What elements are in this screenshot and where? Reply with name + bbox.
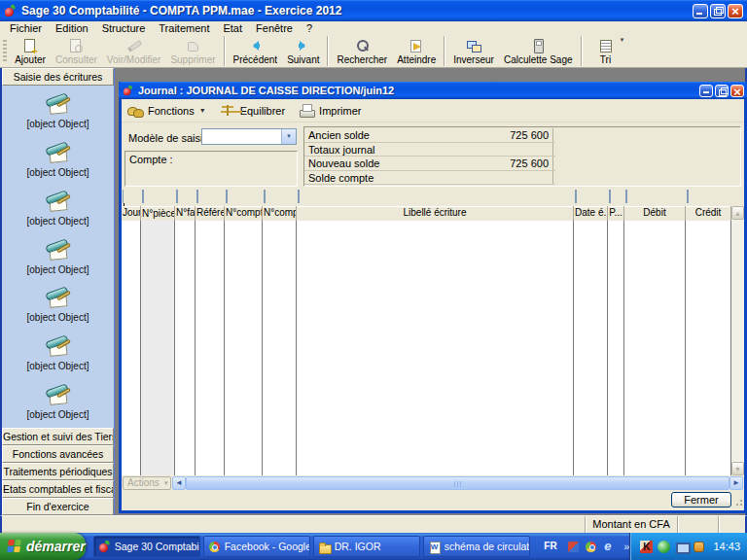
- menu-item[interactable]: Traitement: [152, 21, 216, 35]
- entry-input-field[interactable]: [575, 190, 577, 203]
- horizontal-scrollbar[interactable]: ◄ ►: [172, 476, 743, 490]
- minimize-button[interactable]: [693, 4, 708, 18]
- menu-item[interactable]: Structure: [95, 21, 153, 35]
- column-header[interactable]: Débit▲: [624, 206, 686, 221]
- browser-icon[interactable]: [585, 541, 597, 553]
- toolbar-button[interactable]: Inverseur ▼: [448, 36, 499, 66]
- taskbar-task[interactable]: Sage 30 Comptabil...: [93, 536, 200, 557]
- modele-saisie-combobox[interactable]: ▼: [201, 128, 297, 145]
- sidebar-item[interactable]: [object Object]: [2, 281, 114, 330]
- sidebar-group-button[interactable]: Gestion et suivi des Tiers: [2, 428, 114, 445]
- sidebar-item[interactable]: [object Object]: [2, 377, 114, 426]
- im-icon[interactable]: [693, 541, 705, 553]
- toolbar-button[interactable]: Calculette Sage ▼: [499, 36, 582, 66]
- column-header[interactable]: Jour▲: [122, 206, 141, 221]
- vertical-scrollbar[interactable]: ▲ ▼: [731, 206, 744, 475]
- scrollbar-track[interactable]: [186, 476, 729, 490]
- quicklaunch-app-icon[interactable]: [567, 541, 580, 553]
- scroll-down-icon[interactable]: ▼: [731, 462, 744, 475]
- window-title: Sage 30 Comptabilité - COMPTA PPM.mae - …: [21, 4, 693, 18]
- taskbar-task[interactable]: schéma de circulati...: [423, 536, 530, 557]
- sidebar-group-button[interactable]: Traitements périodiques: [2, 463, 114, 480]
- entry-input-field[interactable]: [625, 190, 627, 203]
- sidebar-group-button[interactable]: Etats comptables et fiscaux: [2, 480, 114, 498]
- table-body-column: [686, 221, 731, 475]
- close-button[interactable]: [728, 4, 743, 18]
- menu-item[interactable]: Fichier: [3, 21, 49, 35]
- journal-close-button[interactable]: [730, 85, 744, 97]
- toolbar-button[interactable]: Consulter ▼: [51, 36, 102, 66]
- toolbar-button[interactable]: Atteindre ▼: [392, 36, 445, 66]
- restore-button[interactable]: [710, 4, 726, 18]
- sidebar-item[interactable]: [object Object]: [2, 184, 114, 232]
- column-header[interactable]: N°compt...▲: [263, 206, 297, 221]
- internet-explorer-icon[interactable]: [602, 541, 615, 553]
- antivirus-icon[interactable]: [640, 541, 653, 553]
- add-document-icon: [22, 38, 38, 53]
- balance-row: Solde compte: [304, 171, 555, 186]
- column-header[interactable]: N°compt...▲: [225, 206, 263, 221]
- sidebar-item[interactable]: [object Object]: [2, 330, 114, 378]
- menu-item[interactable]: Fenêtre: [249, 21, 300, 35]
- toolbar-button-label: Voir/Modifier: [107, 54, 161, 65]
- toolbar-button[interactable]: Voir/Modifier ▼: [102, 36, 166, 66]
- column-header[interactable]: N°pièce▲: [141, 206, 175, 221]
- entry-input-field[interactable]: [609, 190, 611, 203]
- scroll-right-icon[interactable]: ►: [729, 476, 743, 490]
- actions-button[interactable]: Actions ▼: [123, 476, 171, 490]
- toolbar-button[interactable]: Suivant ▼: [282, 36, 328, 66]
- scroll-up-icon[interactable]: ▲: [731, 206, 744, 220]
- column-header[interactable]: Date é...▲: [574, 206, 608, 221]
- menu-item[interactable]: Etat: [216, 21, 249, 35]
- journal-minimize-button[interactable]: [699, 85, 713, 97]
- fermer-button[interactable]: Fermer: [671, 492, 731, 508]
- resize-grip[interactable]: [733, 497, 743, 507]
- journal-maximize-button[interactable]: [715, 85, 729, 97]
- toolbar-button[interactable]: Rechercher ▼: [332, 36, 392, 66]
- sidebar-group-button[interactable]: Fin d'exercice: [2, 498, 114, 515]
- entry-input-field[interactable]: [226, 190, 228, 203]
- entry-input-field[interactable]: [176, 190, 178, 203]
- sidebar-item-label: [object Object]: [27, 119, 89, 129]
- entry-input-field[interactable]: [264, 190, 266, 203]
- statusbar-section: [677, 516, 718, 533]
- torrent-icon[interactable]: [658, 541, 670, 553]
- column-header[interactable]: Libellé écriture▲: [297, 206, 574, 221]
- toolbar-button[interactable]: Ajouter ▼: [10, 36, 51, 66]
- toolbar-button-label: Inverseur: [453, 54, 494, 65]
- column-header[interactable]: P...▲: [608, 206, 624, 221]
- start-button[interactable]: démarrer: [0, 533, 86, 560]
- entry-input-field[interactable]: [687, 190, 689, 203]
- toolbar-button[interactable]: Supprimer ▼: [165, 36, 224, 66]
- toolbar-button-label: Supprimer: [170, 54, 215, 65]
- main-toolbar: Ajouter ▼ Consulter ▼ Voir/Modifier ▼ Su…: [0, 35, 747, 68]
- fonctions-button[interactable]: Fonctions ▼: [127, 103, 206, 118]
- sidebar-item[interactable]: [object Object]: [2, 232, 114, 281]
- combobox-dropdown-icon[interactable]: ▼: [281, 129, 296, 144]
- column-header[interactable]: Référe...▲: [196, 206, 225, 221]
- entry-input-field[interactable]: [196, 190, 198, 203]
- scroll-left-icon[interactable]: ◄: [172, 476, 186, 490]
- column-header[interactable]: Crédit▲: [686, 206, 731, 221]
- sidebar-item[interactable]: [object Object]: [2, 88, 114, 136]
- toolbar-button[interactable]: Précédent ▼: [229, 36, 283, 66]
- taskbar-task[interactable]: Facebook - Google...: [203, 536, 310, 557]
- menu-item[interactable]: Edition: [49, 21, 95, 35]
- imprimer-button[interactable]: Imprimer: [299, 103, 361, 118]
- sidebar-group-button[interactable]: Fonctions avancées: [2, 445, 114, 463]
- toolbar-button[interactable]: Tri ▼: [586, 36, 626, 66]
- language-indicator[interactable]: FR: [540, 538, 562, 555]
- column-header[interactable]: N°fa...▲: [175, 206, 196, 221]
- sidebar-group-saisie-ecritures[interactable]: Saisie des écritures: [2, 68, 114, 86]
- scrollbar-thumb[interactable]: [186, 476, 729, 490]
- table-body-column: [297, 221, 574, 475]
- entry-input-field[interactable]: [142, 190, 144, 203]
- sidebar-item[interactable]: [object Object]: [2, 136, 114, 185]
- taskbar-task[interactable]: DR. IGOR: [313, 536, 420, 557]
- equilibrer-button[interactable]: Equilibrer: [220, 103, 285, 118]
- entry-input-field[interactable]: [298, 190, 300, 203]
- journal-content: Fonctions ▼ Equilibrer Imprimer Modèle d…: [122, 99, 744, 508]
- menu-item[interactable]: ?: [300, 21, 319, 35]
- fonctions-label: Fonctions: [148, 105, 195, 117]
- display-icon[interactable]: [675, 541, 688, 553]
